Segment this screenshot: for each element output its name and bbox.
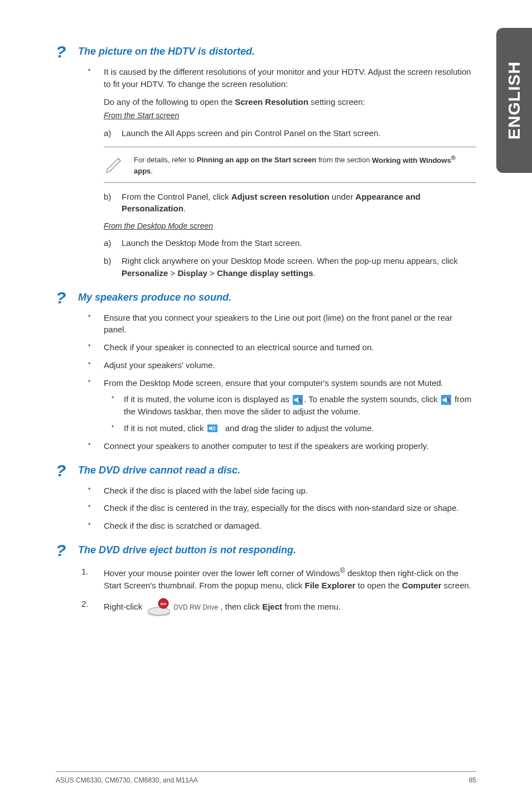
- q2-it4-text: From the Desktop Mode screen, ensure tha…: [104, 378, 443, 388]
- q1-doany-bold: Screen Resolution: [235, 97, 308, 107]
- footer-page-number: 85: [469, 776, 476, 784]
- faq-q2: ? My speakers produce no sound.: [56, 289, 476, 306]
- q1-db-end: .: [313, 268, 316, 278]
- note-mid: from the section: [316, 156, 372, 165]
- svg-rect-5: [207, 424, 217, 432]
- q4-n1-b2: Computer: [402, 581, 442, 590]
- q1-db-b3: Change display settings: [217, 268, 313, 278]
- q2-s1-pre: If it is muted, the volume icon is displ…: [124, 394, 292, 404]
- note-b2a: Working with Windows: [372, 156, 451, 165]
- svg-point-0: [105, 171, 112, 172]
- q1-doany-pre: Do any of the following to open the: [104, 97, 235, 107]
- q2-body: Ensure that you connect your speakers to…: [78, 312, 476, 452]
- page-footer: ASUS CM6330, CM6730, CM6830, and M11AA 8…: [56, 771, 476, 784]
- speaker-muted-small-icon: [441, 395, 451, 405]
- q4-n2-label: 2.: [81, 598, 89, 610]
- q4-n1-end: screen.: [442, 581, 471, 590]
- q1-step-b: b)From the Control Panel, click Adjust s…: [104, 191, 476, 215]
- q4-n1-mid2: to open the: [355, 581, 402, 590]
- q4-body: 1.Hover your mouse pointer over the lowe…: [78, 566, 476, 617]
- q4-title: The DVD drive eject button is not respon…: [78, 544, 296, 556]
- q1-db-label: b): [104, 255, 111, 267]
- q3-it3: Check if the disc is scratched or damage…: [78, 520, 476, 532]
- q2-it5: Connect your speakers to another compute…: [78, 440, 476, 452]
- note-sup: ®: [451, 154, 456, 161]
- q4-n2-pre: Right-click: [104, 602, 144, 611]
- q2-s2-pre: If it is not muted, click: [124, 423, 206, 433]
- question-mark-icon: ?: [56, 542, 78, 559]
- q2-title: My speakers produce no sound.: [78, 292, 231, 303]
- q1-step-a: a)Launch the All Apps screen and pin Con…: [104, 127, 476, 139]
- q1-body: It is caused by the different resolution…: [78, 66, 476, 279]
- speaker-volume-icon: [207, 423, 222, 434]
- language-tab: ENGLISH: [496, 28, 532, 173]
- q4-n1-pre: Hover your mouse pointer over the lower …: [104, 568, 340, 578]
- q1-a-text: Launch the All Apps screen and pin Contr…: [122, 128, 380, 138]
- q4-step1: 1.Hover your mouse pointer over the lowe…: [78, 566, 476, 592]
- q4-step2: 2.Right-click DVDDVD RW Drive, then clic…: [78, 598, 476, 617]
- q1-a-label: a): [104, 127, 111, 139]
- q2-it3: Adjust your speakers' volume.: [78, 359, 476, 371]
- q1-db-gt1: >: [168, 268, 177, 278]
- svg-text:DVD: DVD: [161, 602, 167, 606]
- q3-it2: Check if the disc is centered in the tra…: [78, 502, 476, 514]
- q3-it1: Check if the disc is placed with the lab…: [78, 485, 476, 497]
- note-end: .: [151, 167, 153, 175]
- q2-sub1: If it is muted, the volume icon is displ…: [104, 393, 476, 418]
- q1-d-step-b: b)Right click anywhere on your Desktop M…: [104, 255, 476, 279]
- q1-b-pre: From the Control Panel, click: [122, 192, 231, 201]
- q1-da-label: a): [104, 237, 111, 249]
- svg-point-7: [148, 607, 170, 615]
- pencil-icon: [104, 153, 124, 173]
- q1-b-mid: under: [330, 192, 356, 201]
- q2-sub2: If it is not muted, click and drag the s…: [104, 422, 476, 434]
- q1-b-end: .: [183, 204, 186, 213]
- q2-it2: Check if your speaker is connected to an…: [78, 341, 476, 354]
- faq-q4: ? The DVD drive eject button is not resp…: [56, 542, 476, 559]
- question-mark-icon: ?: [56, 44, 78, 60]
- q3-title: The DVD drive cannot read a disc.: [78, 465, 240, 476]
- q1-db-b1: Personalize: [122, 268, 168, 278]
- q1-bullet1-text: It is caused by the different resolution…: [104, 67, 471, 89]
- q1-from-start: From the Start screen: [104, 110, 476, 121]
- q2-it1: Ensure that you connect your speakers to…: [78, 312, 476, 336]
- q1-from-desktop: From the Desktop Mode screen: [104, 220, 476, 231]
- note-pre: For details, refer to: [134, 156, 197, 165]
- q3-body: Check if the disc is placed with the lab…: [78, 485, 476, 532]
- q1-db-gt2: >: [207, 268, 217, 278]
- q4-n2-b1: Eject: [262, 602, 282, 611]
- q2-s2-post: and drag the slider to adjust the volume…: [223, 423, 374, 433]
- note-text: For details, refer to Pinning an app on …: [134, 153, 476, 176]
- q1-doany-suf: setting screen:: [308, 97, 365, 107]
- speaker-muted-icon: [293, 395, 303, 405]
- q2-it4: From the Desktop Mode screen, ensure tha…: [78, 377, 476, 434]
- faq-q1: ? The picture on the HDTV is distorted.: [56, 44, 476, 60]
- question-mark-icon: ?: [56, 289, 78, 306]
- dvd-drive-icon: DVDDVD RW Drive: [147, 598, 218, 617]
- q4-n1-b1: File Explorer: [305, 581, 356, 590]
- q1-bullet: It is caused by the different resolution…: [78, 66, 476, 139]
- question-mark-icon: ?: [56, 462, 78, 479]
- note-b2b: apps: [134, 167, 151, 175]
- q4-n1-label: 1.: [81, 566, 89, 578]
- q1-b-label: b): [104, 191, 111, 203]
- q1-b-bold1: Adjust screen resolution: [231, 192, 330, 201]
- q2-s1-mid: . To enable the system sounds, click: [304, 394, 440, 404]
- q1-db-b2: Display: [177, 268, 207, 278]
- dvd-label: DVD RW Drive: [173, 603, 218, 612]
- language-tab-text: ENGLISH: [505, 61, 524, 139]
- footer-left: ASUS CM6330, CM6730, CM6830, and M11AA: [56, 776, 198, 784]
- q1-da-text: Launch the Desktop Mode from the Start s…: [122, 238, 302, 248]
- page-content: ? The picture on the HDTV is distorted. …: [0, 0, 532, 640]
- q1-db-pre: Right click anywhere on your Desktop Mod…: [122, 256, 458, 265]
- note-b1: Pinning an app on the Start screen: [197, 156, 317, 165]
- faq-q3: ? The DVD drive cannot read a disc.: [56, 462, 476, 479]
- q4-n2-mid: , then click: [220, 602, 262, 611]
- q1-d-step-a: a)Launch the Desktop Mode from the Start…: [104, 237, 476, 249]
- note-box: For details, refer to Pinning an app on …: [104, 147, 476, 182]
- q4-n1-sup: ®: [340, 567, 345, 574]
- q4-n2-end: from the menu.: [282, 602, 341, 611]
- q1-title: The picture on the HDTV is distorted.: [78, 46, 255, 57]
